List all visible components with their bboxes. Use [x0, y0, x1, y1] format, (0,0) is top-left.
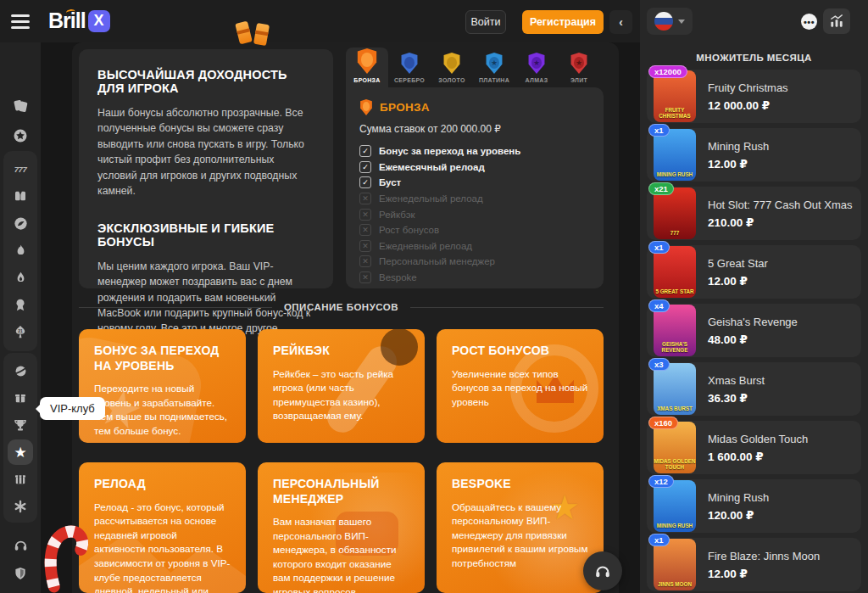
checkbox-checked-icon: ✓: [359, 145, 371, 157]
game-row[interactable]: JINNS MOON x1 Fire Blaze: Jinns Moon12.0…: [647, 538, 861, 591]
multiplier-badge: x160: [648, 417, 678, 429]
candy-cane-decoration: [30, 512, 99, 593]
checkbox-cross-icon: ✕: [359, 240, 371, 252]
hot-icon[interactable]: [8, 238, 32, 262]
game-amount: 48.00 ₽: [708, 333, 798, 346]
slots-777-icon[interactable]: 777: [8, 157, 32, 181]
right-sidebar: МНОЖИТЕЛЬ МЕСЯЦА FRUITY CHRISTMAS x12000…: [640, 42, 868, 593]
stats-button[interactable]: [823, 8, 850, 34]
silver-shield-icon: [400, 53, 419, 74]
collapse-button[interactable]: ‹: [609, 10, 632, 34]
bronze-shield-icon: [359, 99, 373, 115]
tier-tabs: БРОНЗА СЕРЕБРО ЗОЛОТО ★ ПЛАТИНА ★ АЛМАЗ …: [346, 48, 600, 87]
blackjack-icon[interactable]: 21: [8, 320, 32, 344]
tab-diamond[interactable]: ★ АЛМАЗ: [515, 48, 558, 87]
game-name: Mining Rush: [708, 491, 769, 504]
bonus-card-level-up: БОНУС ЗА ПЕРЕХОД НА УРОВЕНЬПереходите на…: [79, 329, 246, 443]
chevron-down-icon: [678, 20, 685, 24]
game-amount: 12.00 ₽: [708, 157, 769, 171]
support-icon[interactable]: [8, 533, 32, 557]
support-button[interactable]: [583, 551, 622, 590]
bonus-wheel-icon[interactable]: [8, 495, 32, 518]
feature-row: ✕Рост бонусов: [359, 222, 590, 238]
checkbox-cross-icon: ✕: [359, 224, 371, 236]
tier-panel-bronze: БРОНЗА Сумма ставок от 200 000.00 ₽ ✓Бон…: [346, 87, 604, 288]
bonus-card-bespoke: BESPOKEОбращайтесь к вашему персональном…: [437, 462, 604, 593]
feature-row: ✕Bespoke: [359, 270, 590, 286]
tab-silver[interactable]: СЕРЕБРО: [388, 48, 431, 87]
wheel-icon[interactable]: [8, 124, 32, 148]
game-row[interactable]: 5 GREAT STAR x1 5 Great Star12.00 ₽: [647, 245, 861, 299]
feature-row: ✓Ежемесячный релоад: [359, 159, 590, 176]
multiplier-badge: x12: [648, 475, 674, 488]
cards-icon[interactable]: [8, 94, 32, 118]
racing-icon[interactable]: [8, 211, 32, 235]
tab-elite[interactable]: ★ ЭЛИТ: [558, 48, 600, 87]
sports-icon[interactable]: [8, 359, 32, 383]
headphones-icon: [593, 562, 612, 580]
game-name: Xmas Burst: [708, 374, 765, 387]
feature-row: ✕Ежедневный релоад: [359, 238, 590, 255]
game-thumbnail: GEISHA'S REVENGE: [654, 305, 696, 356]
game-row[interactable]: FRUITY CHRISTMAS x12000 Fruity Christmas…: [647, 70, 861, 123]
bonus-medal-icon[interactable]: [8, 293, 32, 316]
crash-icon[interactable]: [8, 266, 32, 289]
bonus-section-title: ОПИСАНИЕ БОНУСОВ: [284, 302, 398, 312]
tab-platinum[interactable]: ★ ПЛАТИНА: [473, 48, 515, 87]
bonus-card-growth: РОСТ БОНУСОВУвеличение всех типов бонусо…: [437, 329, 604, 443]
tab-gold[interactable]: ЗОЛОТО: [431, 48, 473, 87]
logo-x-icon: X: [88, 10, 110, 32]
game-thumbnail: MINING RUSH: [654, 129, 696, 181]
promo-gift-icon[interactable]: [8, 467, 32, 491]
shield-icon[interactable]: [8, 562, 32, 585]
game-amount: 120.00 ₽: [708, 508, 769, 522]
multiplier-badge: x1: [648, 241, 670, 254]
game-row[interactable]: MIDAS GOLDEN TOUCH x160 Midas Golden Tou…: [647, 421, 861, 474]
game-thumbnail: 5 GREAT STAR: [654, 246, 696, 298]
logo-text: Brill: [48, 8, 86, 33]
game-row[interactable]: GEISHA'S REVENGE x4 Geisha's Revenge48.0…: [647, 304, 861, 357]
diamond-shield-icon: ★: [527, 53, 546, 74]
vip-club-tooltip: VIP-клуб: [40, 397, 105, 420]
new-games-icon[interactable]: [8, 184, 32, 208]
game-row[interactable]: MINING RUSH x1 Mining Rush12.00 ₽: [647, 128, 861, 182]
tier-title: БРОНЗА: [380, 101, 430, 114]
menu-icon[interactable]: [11, 12, 30, 31]
game-name: Fire Blaze: Jinns Moon: [708, 550, 820, 562]
russian-flag-icon: [654, 12, 673, 31]
tab-bronze[interactable]: БРОНЗА: [346, 48, 388, 87]
gift-icon[interactable]: [8, 386, 32, 410]
multiplier-badge: x12000: [648, 65, 687, 78]
feature-row: ✕Персональный менеджер: [359, 254, 590, 270]
info-title-2: ЭКСКЛЮЗИВНЫЕ И ГИБКИЕ БОНУСЫ: [97, 221, 314, 249]
feature-row: ✓Буст: [359, 175, 590, 191]
register-button[interactable]: Регистрация: [522, 10, 604, 34]
stats-icon: [828, 13, 845, 30]
logo[interactable]: Brill X: [48, 8, 110, 33]
vip-star-icon[interactable]: ★: [8, 439, 33, 465]
game-thumbnail: 777: [654, 187, 696, 239]
game-row[interactable]: MINING RUSH x12 Mining Rush120.00 ₽: [647, 479, 861, 533]
header: Brill X Войти Регистрация ‹: [0, 0, 640, 42]
gold-shield-icon: [442, 53, 461, 74]
bonus-card-reload: РЕЛОАДРелоад - это бонус, который рассчи…: [79, 462, 246, 593]
language-selector[interactable]: [647, 8, 693, 35]
feature-row: ✕Рейкбэк: [359, 206, 590, 222]
game-row[interactable]: 777 x21 Hot Slot: 777 Cash Out Xmas210.0…: [647, 187, 861, 240]
bonus-card-personal-manager: ПЕРСОНАЛЬНЫЙ МЕНЕДЖЕРВам назначат вашего…: [258, 462, 425, 593]
game-name: Mining Rush: [708, 140, 769, 153]
checkbox-checked-icon: ✓: [359, 161, 371, 173]
tournaments-icon[interactable]: [8, 413, 32, 437]
info-body-1: Наши бонусы абсолютно прозрачные. Все по…: [97, 105, 314, 199]
game-name: Midas Golden Touch: [708, 433, 808, 445]
game-row[interactable]: XMAS BURST x3 Xmas Burst36.30 ₽: [647, 362, 861, 416]
chat-icon[interactable]: •••: [801, 14, 817, 30]
tier-requirement: Сумма ставок от 200 000.00 ₽: [359, 123, 590, 135]
terms-icon[interactable]: [8, 589, 32, 593]
bronze-shield-icon: [356, 48, 378, 74]
game-name: Fruity Christmas: [708, 81, 788, 94]
svg-text:21: 21: [18, 329, 23, 333]
multiplier-badge: x4: [648, 299, 670, 312]
login-button[interactable]: Войти: [465, 10, 506, 34]
game-thumbnail: JINNS MOON: [654, 539, 696, 590]
